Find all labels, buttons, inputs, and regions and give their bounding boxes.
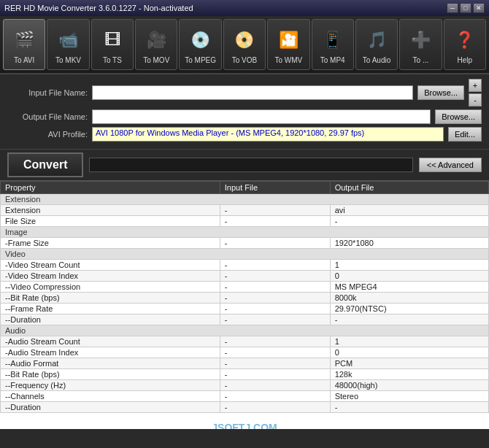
table-cell: - — [330, 314, 488, 325]
table-row: --Bit Rate (bps)-8000k — [1, 293, 489, 304]
table-cell: - — [220, 347, 330, 358]
edit-profile-button[interactable]: Edit... — [448, 127, 482, 142]
main-content: 🎬 To AVI📹 To MKV🎞 To TS🎥 To MOV💿 To MPEG… — [0, 16, 489, 448]
toolbar: 🎬 To AVI📹 To MKV🎞 To TS🎥 To MOV💿 To MPEG… — [0, 16, 489, 74]
output-file-field[interactable] — [92, 109, 431, 124]
to-ts-label: To TS — [103, 56, 122, 64]
toolbar-button-to-wmv[interactable]: 🎦 To WMV — [267, 19, 309, 70]
table-cell: - — [330, 402, 488, 413]
to-mov-label: To MOV — [143, 56, 169, 64]
help-icon: ❓ — [450, 26, 480, 55]
table-cell: --Frequency (Hz) — [1, 380, 220, 391]
app-title: RER HD Movie Converter 3.6.0.1227 - Non-… — [4, 4, 193, 12]
table-cell: 128k — [330, 369, 488, 380]
to-mpeg-icon: 💿 — [186, 26, 215, 55]
table-cell: -Audio Stream Index — [1, 347, 220, 358]
table-cell: - — [220, 314, 330, 325]
table-cell: - — [220, 358, 330, 369]
to-mpeg-label: To MPEG — [185, 56, 216, 64]
table-cell: - — [220, 293, 330, 304]
table-header: Input File — [220, 182, 330, 194]
table-row: --Duration-- — [1, 402, 489, 413]
close-button[interactable]: ✕ — [473, 3, 485, 13]
table-cell: 1 — [330, 336, 488, 347]
toolbar-button-to-mov[interactable]: 🎥 To MOV — [135, 19, 177, 70]
table-row: Extension-avi — [1, 205, 489, 216]
to-audio-label: To Audio — [363, 56, 390, 64]
minimize-button[interactable]: ─ — [447, 3, 458, 13]
maximize-button[interactable]: □ — [460, 3, 471, 13]
table-header: Output File — [330, 182, 488, 194]
table-cell: - — [220, 282, 330, 293]
input-browse-button[interactable]: Browse... — [417, 85, 464, 100]
help-label: Help — [457, 56, 472, 64]
to-mkv-label: To MKV — [55, 56, 81, 64]
table-cell: - — [220, 260, 330, 271]
table-row: --Frame Rate-29.970(NTSC) — [1, 304, 489, 314]
table-row: --Video Compression-MS MPEG4 — [1, 282, 489, 293]
profile-value[interactable]: AVI 1080P for Windows Media Player - (MS… — [92, 127, 444, 142]
table-row: --Frequency (Hz)-48000(high) — [1, 380, 489, 391]
toolbar-button-to-avi[interactable]: 🎬 To AVI — [3, 19, 45, 70]
to-wmv-label: To WMV — [274, 56, 302, 64]
table-row: File Size-- — [1, 216, 489, 227]
toolbar-button-to-ts[interactable]: 🎞 To TS — [91, 19, 134, 70]
toolbar-button-to-mpeg[interactable]: 💿 To MPEG — [179, 19, 221, 70]
to-mkv-icon: 📹 — [54, 26, 83, 55]
title-bar: RER HD Movie Converter 3.6.0.1227 - Non-… — [0, 0, 489, 16]
to-more-icon: ➕ — [406, 26, 435, 55]
add-input-button[interactable]: + — [469, 79, 482, 92]
window-controls: ─ □ ✕ — [447, 3, 485, 13]
input-file-label: Input File Name: — [7, 88, 88, 97]
progress-bar — [89, 158, 412, 172]
table-cell: Audio — [1, 325, 489, 336]
table-cell: Extension — [1, 205, 220, 216]
profile-label: AVI Profile: — [7, 130, 88, 139]
table-cell: 1920*1080 — [330, 238, 488, 249]
table-cell: - — [220, 205, 330, 216]
section-row: Extension — [1, 194, 489, 205]
table-cell: Video — [1, 249, 489, 260]
table-cell: --Video Compression — [1, 282, 220, 293]
table-cell: --Channels — [1, 391, 220, 402]
input-file-row: Input File Name: Browse... + - — [7, 79, 482, 107]
table-cell: File Size — [1, 216, 220, 227]
table-cell: Image — [1, 227, 489, 238]
table-cell: --Bit Rate (bps) — [1, 293, 220, 304]
table-header: Property — [1, 182, 220, 194]
table-cell: - — [220, 304, 330, 314]
advanced-button[interactable]: << Advanced — [419, 158, 482, 172]
toolbar-button-to-more[interactable]: ➕ To ... — [399, 19, 442, 70]
table-cell: Extension — [1, 194, 489, 205]
properties-table: PropertyInput FileOutput FileExtensionEx… — [0, 181, 489, 413]
toolbar-button-help[interactable]: ❓ Help — [444, 19, 486, 70]
table-cell: - — [330, 216, 488, 227]
table-row: --Duration-- — [1, 314, 489, 325]
section-row: Audio — [1, 325, 489, 336]
table-cell: MS MPEG4 — [330, 282, 488, 293]
watermark: JSOFTJ.COM — [212, 422, 277, 429]
input-file-field[interactable] — [92, 85, 413, 100]
toolbar-button-to-mp4[interactable]: 📱 To MP4 — [312, 19, 354, 70]
toolbar-button-to-audio[interactable]: 🎵 To Audio — [355, 19, 398, 70]
table-cell: PCM — [330, 358, 488, 369]
table-cell: --Bit Rate (bps) — [1, 369, 220, 380]
input-file-btns: + - — [469, 79, 482, 107]
table-cell: -Audio Stream Count — [1, 336, 220, 347]
table-cell: - — [220, 380, 330, 391]
toolbar-button-to-mkv[interactable]: 📹 To MKV — [47, 19, 89, 70]
table-cell: avi — [330, 205, 488, 216]
table-cell: - — [220, 336, 330, 347]
table-row: --Bit Rate (bps)-128k — [1, 369, 489, 380]
toolbar-button-to-vob[interactable]: 📀 To VOB — [223, 19, 266, 70]
to-mp4-icon: 📱 — [318, 26, 347, 55]
form-area: Input File Name: Browse... + - Output Fi… — [0, 74, 489, 150]
remove-input-button[interactable]: - — [469, 93, 482, 107]
output-browse-button[interactable]: Browse... — [435, 109, 482, 124]
table-cell: - — [220, 238, 330, 249]
to-avi-icon: 🎬 — [9, 26, 39, 55]
table-cell: - — [220, 369, 330, 380]
convert-button[interactable]: Convert — [7, 152, 83, 177]
table-cell: - — [220, 402, 330, 413]
table-cell: -Video Stream Index — [1, 271, 220, 282]
